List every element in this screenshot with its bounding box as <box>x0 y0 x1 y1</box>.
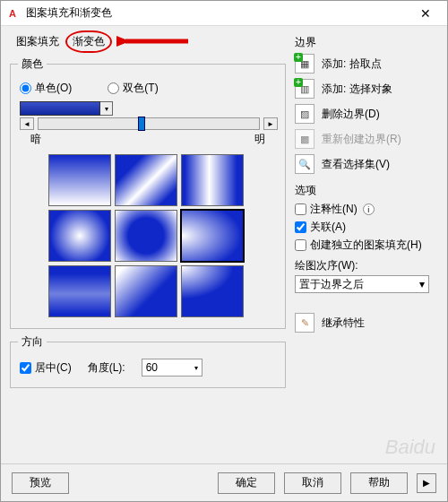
app-icon: A <box>4 5 21 22</box>
color-1-swatch[interactable] <box>20 101 100 116</box>
hatch-gradient-dialog: A 图案填充和渐变色 ✕ 图案填充 渐变色 颜色 单色(O) 双色(T) ▾ <box>0 0 448 502</box>
inherit-properties-button[interactable]: ✎ 继承特性 <box>295 313 438 333</box>
pick-point-icon: +▦ <box>295 54 314 74</box>
gradient-swatch-1[interactable] <box>48 154 111 206</box>
tint-inc-button[interactable]: ► <box>263 117 278 130</box>
gradient-swatch-3[interactable] <box>181 154 244 206</box>
radio-two-color[interactable]: 双色(T) <box>108 81 158 96</box>
recreate-boundary-icon: ▩ <box>295 129 314 149</box>
associative-checkbox-input[interactable] <box>295 221 306 233</box>
boundary-title: 边界 <box>295 35 438 50</box>
gradient-swatch-8[interactable] <box>115 265 177 317</box>
gradient-swatch-7[interactable] <box>48 265 111 317</box>
titlebar: A 图案填充和渐变色 ✕ <box>1 1 447 26</box>
inherit-icon: ✎ <box>295 313 314 333</box>
remove-boundary-button[interactable]: ▨ 删除边界(D) <box>295 104 438 124</box>
gradient-swatch-5[interactable] <box>115 210 177 262</box>
remove-boundary-icon: ▨ <box>295 104 314 124</box>
tab-gradient[interactable]: 渐变色 <box>65 30 112 53</box>
gradient-swatch-6[interactable] <box>181 210 244 262</box>
preview-button[interactable]: 预览 <box>12 472 69 494</box>
color-1-dropdown[interactable]: ▾ <box>100 101 113 116</box>
dialog-footer: 预览 确定 取消 帮助 ▶ <box>1 463 447 501</box>
annotative-checkbox[interactable]: 注释性(N)i <box>295 202 438 217</box>
color-group: 颜色 单色(O) 双色(T) ▾ ◄ ► 暗 明 <box>10 56 286 329</box>
add-pick-point-button[interactable]: +▦ 添加: 拾取点 <box>295 54 438 74</box>
tint-slider[interactable] <box>38 117 260 130</box>
direction-group: 方向 居中(C) 角度(L): 60▾ <box>10 334 286 388</box>
radio-one-color[interactable]: 单色(O) <box>20 81 72 96</box>
gradient-swatch-grid <box>48 154 247 317</box>
label-dark: 暗 <box>30 132 41 147</box>
gradient-swatch-4[interactable] <box>48 210 111 262</box>
draw-order-select[interactable]: 置于边界之后▾ <box>295 275 429 293</box>
chevron-down-icon: ▾ <box>194 364 198 372</box>
gradient-swatch-2[interactable] <box>115 154 177 206</box>
draw-order-label: 绘图次序(W): <box>295 258 438 273</box>
angle-label: 角度(L): <box>88 360 125 376</box>
tint-slider-thumb[interactable] <box>138 117 145 131</box>
associative-checkbox[interactable]: 关联(A) <box>295 220 438 235</box>
label-light: 明 <box>254 132 265 147</box>
tab-hatch[interactable]: 图案填充 <box>10 31 65 52</box>
angle-select[interactable]: 60▾ <box>142 359 202 376</box>
tab-strip: 图案填充 渐变色 <box>10 31 286 51</box>
cancel-button[interactable]: 取消 <box>284 472 341 494</box>
info-icon[interactable]: i <box>363 203 375 215</box>
help-button[interactable]: 帮助 <box>350 472 408 494</box>
ok-button[interactable]: 确定 <box>218 472 275 494</box>
tint-dec-button[interactable]: ◄ <box>20 117 34 130</box>
direction-legend: 方向 <box>18 334 47 350</box>
centered-checkbox-input[interactable] <box>20 362 31 374</box>
annotative-checkbox-input[interactable] <box>295 203 306 215</box>
color-legend: 颜色 <box>18 56 47 72</box>
expand-button[interactable]: ▶ <box>417 473 436 493</box>
radio-two-color-input[interactable] <box>108 82 119 94</box>
view-selection-button[interactable]: 🔍 查看选择集(V) <box>295 154 438 174</box>
independent-checkbox[interactable]: 创建独立的图案填充(H) <box>295 238 438 253</box>
options-title: 选项 <box>295 183 438 198</box>
centered-checkbox[interactable]: 居中(C) <box>20 360 72 376</box>
gradient-swatch-9[interactable] <box>181 265 244 317</box>
window-title: 图案填充和渐变色 <box>26 5 408 21</box>
independent-checkbox-input[interactable] <box>295 239 306 251</box>
chevron-down-icon: ▾ <box>419 278 425 290</box>
close-button[interactable]: ✕ <box>408 3 444 24</box>
select-object-icon: +▥ <box>295 79 314 99</box>
recreate-boundary-button: ▩ 重新创建边界(R) <box>295 129 438 149</box>
add-select-object-button[interactable]: +▥ 添加: 选择对象 <box>295 79 438 99</box>
radio-one-color-input[interactable] <box>20 82 31 94</box>
view-selection-icon: 🔍 <box>295 154 314 174</box>
